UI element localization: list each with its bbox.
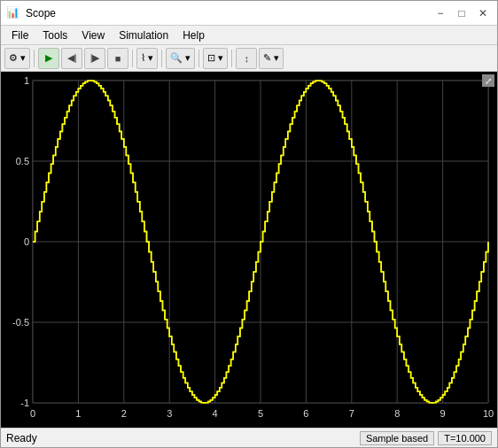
maximize-button[interactable]: □: [453, 5, 471, 21]
sample-based-badge: Sample based: [360, 431, 434, 445]
menu-file[interactable]: File: [4, 27, 35, 43]
sep1: [34, 50, 35, 67]
scale-dropdown[interactable]: ⊡ ▾: [203, 48, 228, 69]
app-icon: 📊: [6, 6, 20, 20]
signal-gen-dropdown[interactable]: ⌇ ▾: [136, 48, 158, 69]
menu-bar: File Tools View Simulation Help: [1, 26, 497, 45]
sep4: [198, 50, 199, 67]
expand-button[interactable]: ⤢: [482, 74, 494, 87]
stop-button[interactable]: ■: [107, 48, 128, 69]
close-button[interactable]: ✕: [474, 5, 492, 21]
sep3: [161, 50, 162, 67]
title-bar: 📊 Scope − □ ✕: [1, 1, 497, 26]
plot-area[interactable]: ⤢: [1, 72, 497, 428]
title-bar-left: 📊 Scope: [6, 6, 56, 20]
window-title: Scope: [26, 7, 56, 19]
menu-view[interactable]: View: [74, 27, 112, 43]
menu-tools[interactable]: Tools: [35, 27, 74, 43]
menu-help[interactable]: Help: [175, 27, 212, 43]
step-back-button[interactable]: ◀|: [61, 48, 82, 69]
zoom-dropdown[interactable]: 🔍 ▾: [166, 48, 195, 69]
minimize-button[interactable]: −: [432, 5, 449, 21]
title-bar-controls: − □ ✕: [432, 5, 492, 21]
cursor-button[interactable]: ↕: [236, 48, 257, 69]
sep2: [132, 50, 133, 67]
status-right: Sample based T=10.000: [360, 431, 492, 445]
time-badge: T=10.000: [438, 431, 492, 445]
scope-canvas: [1, 72, 497, 428]
sep5: [231, 50, 232, 67]
toolbar: ⚙ ▾ ▶ ◀| |▶ ■ ⌇ ▾ 🔍 ▾ ⊡ ▾ ↕ ✎ ▾: [1, 45, 497, 72]
settings2-dropdown[interactable]: ✎ ▾: [259, 48, 284, 69]
run-button[interactable]: ▶: [38, 48, 59, 69]
status-bar: Ready Sample based T=10.000: [1, 428, 497, 447]
settings-dropdown[interactable]: ⚙ ▾: [4, 48, 30, 69]
scope-window: 📊 Scope − □ ✕ File Tools View Simulation…: [0, 0, 498, 448]
ready-status: Ready: [6, 432, 37, 444]
step-fwd-button[interactable]: |▶: [84, 48, 105, 69]
menu-simulation[interactable]: Simulation: [112, 27, 175, 43]
